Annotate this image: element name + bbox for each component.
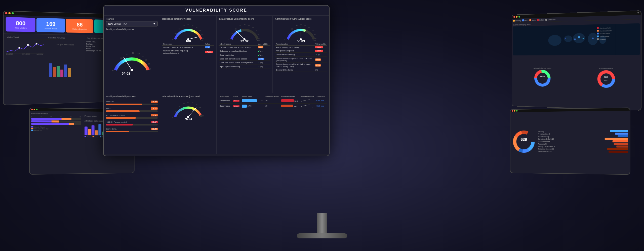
stand-base bbox=[297, 233, 347, 238]
administration-vuln-gauge: 0 10 20 30 40 50 60 70 80 90 100 50 bbox=[283, 21, 318, 43]
stat-visitors-inside: 169 Visitors Inside bbox=[36, 18, 65, 33]
svg-text:60: 60 bbox=[308, 26, 310, 28]
trend-sparkline-1 bbox=[301, 99, 311, 103]
visitor-trend-chart: 1/1/2023 11/1/2023 3/1/2024 bbox=[5, 39, 45, 55]
svg-text:11/1/2023: 11/1/2023 bbox=[22, 53, 30, 55]
svg-text:20: 20 bbox=[179, 106, 180, 107]
right-screen: ▼ Warning Minor Major Critical Undefined… bbox=[512, 10, 641, 111]
svg-text:40: 40 bbox=[132, 52, 134, 54]
svg-text:70: 70 bbox=[145, 59, 147, 61]
table-row: Dormant Credential 1% bbox=[275, 68, 327, 72]
category-testing: Testing Departmentt 9 bbox=[538, 145, 628, 148]
svg-rect-11 bbox=[64, 65, 67, 77]
svg-text:30: 30 bbox=[183, 25, 185, 26]
facility-score-haleon: HALEON Pakistan Limited 15.97 bbox=[106, 120, 158, 127]
branch-dropdown[interactable]: New Jersey - NJ ▼ bbox=[106, 21, 158, 26]
table-row: Biometric credential secure storage 50% bbox=[219, 46, 270, 49]
donut-center-value: 639 bbox=[520, 137, 527, 142]
table-row: Number of alarms Acknowledged 15 bbox=[162, 46, 214, 49]
escalation-value1: 7017 bbox=[604, 76, 608, 78]
svg-text:70: 70 bbox=[199, 107, 201, 109]
svg-point-0 bbox=[36, 43, 37, 45]
legend-major: Major bbox=[530, 19, 536, 21]
escalation-value2: 15571 bbox=[604, 79, 608, 81]
svg-text:100: 100 bbox=[201, 40, 204, 42]
svg-rect-12 bbox=[68, 68, 71, 77]
svg-point-24 bbox=[131, 69, 133, 71]
escalation-donut: 7017 15571 bbox=[597, 70, 616, 88]
category-accounts: Accounts 56 bbox=[538, 143, 628, 145]
visitors-expected-number: 86 bbox=[68, 21, 91, 28]
response-deficiency-value: 100 bbox=[185, 39, 191, 43]
alarm-row-disconnected: Disconnected Critical 1793 29 98.5 bbox=[219, 103, 327, 109]
table-row: Controller monitoring ✓ 0% bbox=[275, 53, 327, 57]
svg-text:Door forced Active: Door forced Active bbox=[599, 27, 611, 29]
category-donut: 639 bbox=[512, 129, 536, 154]
svg-text:60: 60 bbox=[142, 55, 144, 57]
world-map-svg: Door forced Active Door forced Inactive … bbox=[513, 23, 640, 55]
svg-text:30: 30 bbox=[126, 53, 128, 55]
stat-total-visitors: 800 Total Visitors bbox=[6, 17, 35, 32]
svg-text:1/1/2023: 1/1/2023 bbox=[6, 53, 13, 55]
svg-text:Access granted: Access granted bbox=[599, 36, 609, 38]
svg-text:60: 60 bbox=[252, 26, 254, 28]
category-administration: Administration 8 bbox=[538, 140, 628, 142]
response-deficiency-gauge: 0 10 20 30 40 50 60 70 80 90 100 10 bbox=[171, 21, 206, 43]
acknowledgment-donut: 52047 bbox=[534, 70, 551, 87]
right-screen-filter-icon[interactable]: ▼ bbox=[637, 12, 639, 14]
table-row: Door monitoring ✓ 0% bbox=[219, 53, 270, 57]
branch-label: Branch New Jersey - NJ ▼ bbox=[106, 18, 158, 26]
infrastructure-vuln-gauge: 0 10 20 30 40 50 60 70 80 90 100 32 bbox=[227, 21, 262, 43]
branch-section-label: Branch bbox=[106, 18, 158, 20]
svg-text:80: 80 bbox=[314, 34, 316, 35]
svg-text:Undefined: Undefined bbox=[599, 39, 606, 40]
alarm-inefficiency-title: Alarm inefficiency score (Last 30 d... bbox=[162, 95, 214, 98]
facility-scores-title: Facility vulnerability scores bbox=[106, 95, 158, 98]
anomaly-click-1[interactable]: Click here bbox=[316, 100, 324, 102]
svg-text:30: 30 bbox=[183, 103, 185, 104]
facility-vuln-value: 64.62 bbox=[122, 71, 130, 75]
acknowledgment-panel: Acknowledgment status 52047 bbox=[513, 67, 573, 100]
table-row: Door-lock power failure management ✓ 0% bbox=[219, 61, 270, 65]
svg-rect-9 bbox=[57, 66, 60, 77]
world-map: Door forced Active Door forced Inactive … bbox=[513, 23, 640, 55]
table-row: Dormant access rights within the same br… bbox=[275, 62, 327, 68]
alarm-inefficiency-gauge: 0 10 20 30 40 50 60 70 90 75.34 bbox=[171, 99, 206, 120]
category-it-networking: IT Networking 2 bbox=[538, 133, 628, 135]
svg-text:50: 50 bbox=[138, 53, 140, 55]
value-col-header: Value bbox=[204, 43, 214, 46]
facility-score-cosmo: Cosmo Corp... 13.86 bbox=[106, 127, 158, 133]
svg-rect-8 bbox=[53, 67, 56, 77]
svg-text:70: 70 bbox=[256, 29, 257, 31]
legend-undefined: Undefined bbox=[545, 18, 555, 21]
svg-text:70: 70 bbox=[312, 29, 314, 31]
svg-text:80: 80 bbox=[148, 63, 150, 65]
category-technical-support: Technical Support 90 bbox=[538, 148, 628, 150]
svg-rect-7 bbox=[49, 63, 52, 77]
anomaly-click-2[interactable]: Click here bbox=[316, 105, 324, 107]
monitor-stand bbox=[297, 213, 347, 238]
svg-text:0: 0 bbox=[172, 116, 173, 118]
visitors-inside-label: Visitors Inside bbox=[38, 27, 63, 30]
administration-table: Administration Vulnerability Alarm manag… bbox=[275, 43, 327, 72]
attendance-legend: Present - Absent Less - Less Than Day Pr… bbox=[31, 126, 81, 132]
vulnerability-score-title: VULNERABILITY SCORE bbox=[185, 8, 247, 12]
svg-text:70: 70 bbox=[199, 29, 201, 31]
svg-text:50: 50 bbox=[192, 24, 193, 26]
present-status-title: Present status bbox=[85, 115, 97, 117]
facility-score-iidvision: IDVISION 19.28 bbox=[106, 99, 158, 106]
legend-minor: Minor bbox=[522, 19, 529, 21]
alarm-table: Alarm type Status Actual alarm Predicted… bbox=[219, 95, 327, 109]
category-security: Security 7 bbox=[538, 130, 628, 133]
facility-vuln-title: Facility vulnerability score bbox=[106, 28, 158, 30]
acknowledgment-value: 52047 bbox=[540, 75, 545, 77]
acknowledgment-title: Acknowledgment status bbox=[534, 67, 551, 69]
table-row: Database archival and backup ✓ 0% bbox=[219, 49, 270, 53]
svg-text:60: 60 bbox=[196, 26, 197, 28]
svg-rect-88 bbox=[597, 30, 599, 32]
svg-text:20: 20 bbox=[179, 28, 180, 30]
visitors-inside-number: 169 bbox=[38, 20, 63, 28]
trend-sparkline-2 bbox=[301, 104, 311, 108]
table-row: Dormant access rights to other branches … bbox=[275, 57, 327, 62]
stand-neck bbox=[317, 213, 327, 233]
